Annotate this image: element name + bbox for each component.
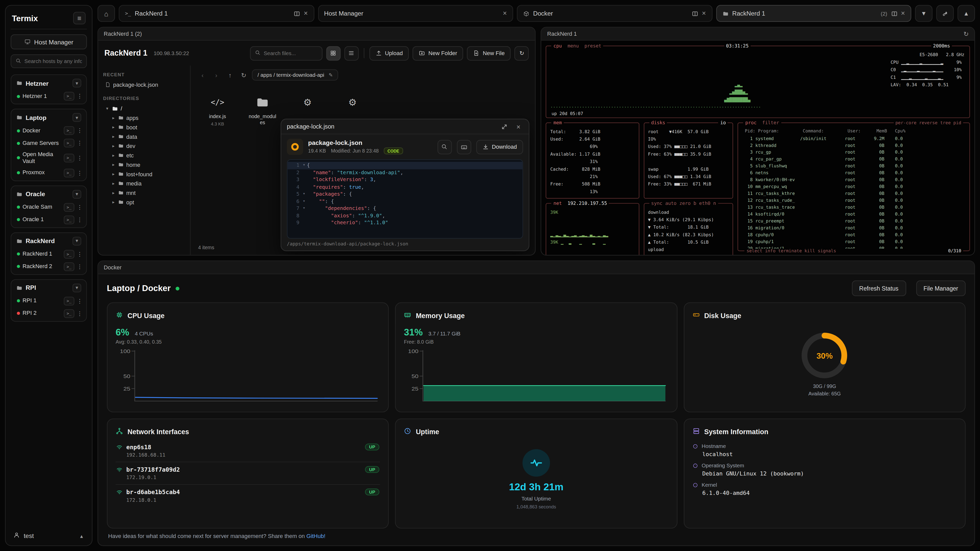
tree-root[interactable]: ▾ / [103, 104, 185, 113]
connect-terminal-button[interactable]: >_ [64, 154, 75, 162]
connect-terminal-button[interactable]: >_ [64, 203, 75, 211]
refresh-status-button[interactable]: Refresh Status [852, 281, 906, 296]
new-file-button[interactable]: New File [467, 46, 511, 60]
chevron-right-icon[interactable]: ▸ [111, 153, 116, 158]
kebab-menu-icon[interactable]: ⋮ [77, 127, 83, 134]
kebab-menu-icon[interactable]: ⋮ [77, 140, 83, 146]
host-item[interactable]: Game Servers >_ ⋮ [13, 137, 85, 149]
docker-pane-header[interactable]: Docker [98, 261, 974, 274]
upload-button[interactable]: Upload [369, 46, 409, 60]
edit-path-icon[interactable]: ✎ [329, 72, 333, 78]
kebab-menu-icon[interactable]: ⋮ [77, 217, 83, 223]
terminal-pane-header[interactable]: RackNerd 1 ↻ [542, 27, 974, 41]
close-icon[interactable]: × [901, 10, 905, 17]
connect-terminal-button[interactable]: >_ [64, 250, 75, 259]
tree-item[interactable]: ▸ mnt [110, 188, 185, 197]
chevron-right-icon[interactable]: ▸ [111, 200, 116, 205]
host-item[interactable]: RPI 1 >_ ⋮ [13, 295, 85, 307]
tree-item[interactable]: ▸ apps [110, 113, 185, 122]
tree-item[interactable]: ▸ boot [110, 122, 185, 132]
close-icon[interactable]: × [503, 10, 507, 17]
chevron-up-icon[interactable]: ▴ [79, 533, 84, 539]
tree-item[interactable]: ▸ home [110, 160, 185, 169]
close-icon[interactable]: × [304, 10, 308, 17]
kebab-menu-icon[interactable]: ⋮ [77, 170, 83, 176]
chevron-right-icon[interactable]: ▸ [111, 125, 116, 130]
kebab-menu-icon[interactable]: ⋮ [77, 251, 83, 257]
host-group-header[interactable]: Hetzner ▾ [13, 76, 85, 90]
chevron-right-icon[interactable]: ▸ [111, 143, 116, 148]
refresh-button[interactable]: ↻ [515, 46, 529, 60]
host-group-header[interactable]: Laptop ▾ [13, 110, 85, 124]
host-group-header[interactable]: Oracle ▾ [13, 187, 85, 201]
tab-docker[interactable]: Docker × [517, 5, 712, 22]
host-item[interactable]: RackNerd 1 >_ ⋮ [13, 248, 85, 260]
tab-host-manager[interactable]: Host Manager × [318, 5, 513, 22]
tree-item[interactable]: ▸ etc [110, 151, 185, 160]
connect-terminal-button[interactable]: >_ [64, 126, 75, 135]
kebab-menu-icon[interactable]: ⋮ [77, 310, 83, 316]
new-folder-button[interactable]: New Folder [413, 46, 463, 60]
chevron-down-icon[interactable]: ▾ [73, 189, 81, 198]
up-directory-button[interactable]: ↑ [224, 69, 235, 81]
forward-button[interactable]: › [210, 69, 222, 81]
chevron-down-icon[interactable]: ▾ [73, 283, 81, 292]
terminal-screen[interactable]: cpu menu preset 03:31:25 2000ms ▂▄▂ [542, 41, 974, 255]
close-icon[interactable]: × [702, 10, 706, 17]
home-button[interactable]: ⌂ [97, 5, 115, 22]
file-manager-button[interactable]: File Manager [916, 281, 966, 296]
kebab-menu-icon[interactable]: ⋮ [77, 93, 83, 99]
split-view-icon[interactable] [294, 10, 300, 16]
connect-terminal-button[interactable]: >_ [64, 309, 75, 318]
host-item[interactable]: Hetzner 1 >_ ⋮ [13, 90, 85, 103]
connect-terminal-button[interactable]: >_ [64, 168, 75, 177]
recent-item[interactable]: package-lock.json [103, 80, 185, 89]
github-link[interactable]: GitHub! [306, 533, 325, 539]
host-item[interactable]: RPI 2 >_ ⋮ [13, 307, 85, 320]
host-item[interactable]: Oracle Sam >_ ⋮ [13, 201, 85, 213]
search-in-file-button[interactable] [438, 140, 452, 154]
tabs-dropdown-button[interactable]: ▾ [915, 5, 932, 22]
kebab-menu-icon[interactable]: ⋮ [77, 263, 83, 269]
host-item[interactable]: Proxmox >_ ⋮ [13, 167, 85, 179]
host-item[interactable]: Docker >_ ⋮ [13, 124, 85, 137]
tree-item[interactable]: ▸ opt [110, 197, 185, 207]
connect-terminal-button[interactable]: >_ [64, 215, 75, 224]
connect-terminal-button[interactable]: >_ [64, 297, 75, 305]
tree-item[interactable]: ▸ lost+found [110, 169, 185, 179]
expand-icon[interactable] [500, 122, 509, 131]
host-search[interactable] [11, 54, 87, 68]
sync-icon[interactable]: ↻ [963, 30, 969, 37]
file-item-indexjs[interactable]: </> index.js 4.3 KB [198, 93, 237, 127]
host-search-input[interactable] [24, 58, 82, 64]
breadcrumb[interactable]: / apps / termix-download-api ✎ [252, 69, 339, 81]
host-item[interactable]: RackNerd 2 >_ ⋮ [13, 260, 85, 273]
chevron-right-icon[interactable]: ▸ [111, 181, 116, 186]
chevron-down-icon[interactable]: ▾ [105, 106, 109, 111]
tab-racknerd1-terminal[interactable]: >_ RackNerd 1 × [119, 5, 314, 22]
kebab-menu-icon[interactable]: ⋮ [77, 155, 83, 161]
chevron-right-icon[interactable]: ▸ [111, 190, 116, 195]
split-view-icon[interactable] [891, 10, 897, 16]
code-viewer[interactable]: 1▾{2 "name": "termix-download-api",3 "lo… [287, 159, 523, 238]
chevron-right-icon[interactable]: ▸ [111, 162, 116, 167]
tab-racknerd1-files[interactable]: RackNerd 1 (2) × [716, 5, 911, 22]
refresh-directory-button[interactable]: ↻ [238, 69, 249, 81]
close-icon[interactable]: × [514, 122, 523, 131]
file-search[interactable] [250, 46, 322, 60]
list-view-button[interactable] [344, 46, 359, 60]
connect-terminal-button[interactable]: >_ [64, 139, 75, 148]
grid-view-button[interactable] [326, 46, 340, 60]
chevron-right-icon[interactable]: ▸ [111, 171, 116, 176]
download-button[interactable]: Download [476, 140, 523, 154]
user-row[interactable]: test ▴ [11, 527, 87, 540]
kebab-menu-icon[interactable]: ⋮ [77, 204, 83, 210]
chevron-down-icon[interactable]: ▾ [73, 237, 81, 245]
chevron-down-icon[interactable]: ▾ [73, 113, 81, 122]
kebab-menu-icon[interactable]: ⋮ [77, 298, 83, 304]
file-search-input[interactable] [264, 50, 318, 56]
chevron-right-icon[interactable]: ▸ [111, 134, 116, 139]
connect-terminal-button[interactable]: >_ [64, 92, 75, 100]
back-button[interactable]: ‹ [197, 69, 208, 81]
tree-item[interactable]: ▸ media [110, 179, 185, 188]
